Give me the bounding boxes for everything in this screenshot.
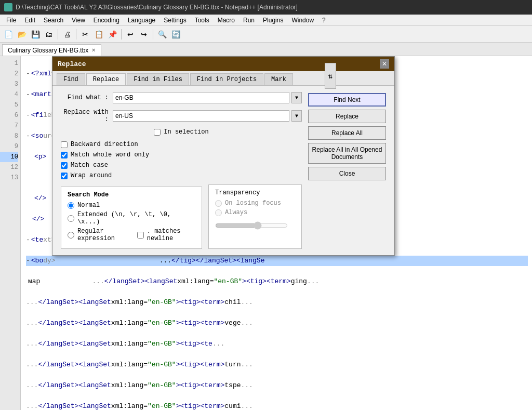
search-mode-normal-label: Normal <box>77 202 100 209</box>
tab-close-btn[interactable]: ✕ <box>91 47 96 53</box>
transparency-box: Transparency On losing focus Always <box>208 184 302 249</box>
menu-item-search[interactable]: Search <box>39 16 68 25</box>
dialog-layout: Find what : ▼ ⇅ Replace with : <box>61 92 386 249</box>
menu-item-tools[interactable]: Tools <box>191 16 214 25</box>
on-losing-focus-radio[interactable] <box>215 200 222 207</box>
tb-find[interactable]: 🔍 <box>156 28 168 41</box>
menu-item-file[interactable]: File <box>2 16 20 25</box>
dialog-tab-find[interactable]: Find <box>57 73 85 85</box>
close-button[interactable]: Close <box>308 167 386 180</box>
match-whole-word-checkbox[interactable] <box>61 152 68 158</box>
replace-button[interactable]: Replace <box>308 110 386 123</box>
transparency-title: Transparency <box>215 189 295 196</box>
search-mode-title: Search Mode <box>68 191 195 199</box>
tab-label: Culinary Glossary EN-BG.tbx <box>8 47 88 54</box>
tb-replace[interactable]: 🔄 <box>169 28 182 41</box>
editor-area: 1 2 3 4 5 6 7 8 9 10 12 13 -<?xml versio… <box>0 56 532 410</box>
always-label: Always <box>225 209 247 216</box>
tb-copy[interactable]: 📋 <box>92 28 105 41</box>
replace-with-input[interactable] <box>113 110 289 122</box>
menu-item-language[interactable]: Language <box>124 16 159 25</box>
dialog-right-column: Find Next Replace Replace All Replace Al… <box>308 92 386 249</box>
find-next-button[interactable]: Find Next <box>308 93 386 107</box>
matches-newline-label: . matches newline <box>147 228 195 242</box>
tb-separator-3 <box>121 29 122 39</box>
toolbar: 📄 📂 💾 🗂 🖨 ✂ 📋 📌 ↩ ↪ 🔍 🔄 <box>0 26 532 43</box>
wrap-around-row: Wrap around <box>61 172 302 179</box>
on-losing-focus-label: On losing focus <box>225 200 281 207</box>
search-mode-extended-row: Extended (\n, \r, \t, \0, \x...) <box>68 211 195 226</box>
match-case-checkbox[interactable] <box>61 162 68 169</box>
tb-undo[interactable]: ↩ <box>124 28 137 41</box>
dialog-tab-mark[interactable]: Mark <box>264 73 293 85</box>
transparency-slider[interactable] <box>215 221 288 230</box>
search-mode-box: Search Mode Normal Extended (\n, \r, \t,… <box>61 187 202 249</box>
tb-save-all[interactable]: 🗂 <box>43 28 55 41</box>
always-row: Always <box>215 209 295 216</box>
tab-culinary-glossary[interactable]: Culinary Glossary EN-BG.tbx ✕ <box>2 44 101 56</box>
replace-all-button[interactable]: Replace All <box>308 126 386 140</box>
menu-item-settings[interactable]: Settings <box>159 16 190 25</box>
search-mode-regex-label: Regular expression <box>77 228 129 242</box>
matches-newline-checkbox[interactable] <box>137 232 144 239</box>
wrap-around-checkbox[interactable] <box>61 173 68 179</box>
search-mode-normal-radio[interactable] <box>68 202 74 209</box>
swap-button[interactable]: ⇅ <box>325 63 336 89</box>
find-what-input[interactable] <box>113 92 289 103</box>
tb-paste[interactable]: 📌 <box>106 28 118 41</box>
match-case-row: Match case <box>61 162 302 169</box>
replace-with-dropdown[interactable]: ▼ <box>291 110 302 122</box>
match-whole-word-label: Match whole word only <box>71 151 149 158</box>
bottom-row: Search Mode Normal Extended (\n, \r, \t,… <box>61 184 302 249</box>
title-text: D:\Teaching\CAT Tools\AL Y2 A3\Glossarie… <box>16 4 298 11</box>
search-mode-normal-row: Normal <box>68 202 195 209</box>
menu-item-view[interactable]: View <box>68 16 89 25</box>
search-mode-regex-radio[interactable] <box>68 232 74 239</box>
always-radio[interactable] <box>215 209 222 216</box>
menu-item-plugins[interactable]: Plugins <box>259 16 287 25</box>
dialog-tab-bar: Find Replace Find in Files Find in Proje… <box>52 71 394 86</box>
replace-with-row: Replace with : ▼ <box>61 109 302 123</box>
menu-item-macro[interactable]: Macro <box>214 16 239 25</box>
backward-direction-checkbox[interactable] <box>61 141 68 148</box>
menu-item-window[interactable]: Window <box>287 16 318 25</box>
backward-direction-row: Backward direction <box>61 141 302 148</box>
tb-open[interactable]: 📂 <box>16 28 28 41</box>
dialog-tab-find-in-projects[interactable]: Find in Projects <box>190 73 263 85</box>
find-what-dropdown[interactable]: ▼ <box>291 92 302 103</box>
dialog-tab-replace[interactable]: Replace <box>86 73 126 85</box>
search-mode-regex-row: Regular expression . matches newline <box>68 228 195 242</box>
in-selection-checkbox[interactable] <box>154 129 161 136</box>
tb-save[interactable]: 💾 <box>29 28 42 41</box>
tb-separator-1 <box>58 29 58 39</box>
dialog-body: Find what : ▼ ⇅ Replace with : <box>52 86 394 255</box>
tb-print[interactable]: 🖨 <box>61 28 73 41</box>
search-mode-extended-radio[interactable] <box>68 215 74 222</box>
dialog-title-bar: Replace ✕ <box>52 57 394 71</box>
dialog-tab-find-in-files[interactable]: Find in Files <box>127 73 189 85</box>
backward-direction-label: Backward direction <box>71 141 138 148</box>
title-bar: D:\Teaching\CAT Tools\AL Y2 A3\Glossarie… <box>0 0 532 15</box>
menu-item-run[interactable]: Run <box>239 16 259 25</box>
dialog-overlay: Replace ✕ Find Replace Find in Files Fin… <box>0 56 532 410</box>
tab-bar: Culinary Glossary EN-BG.tbx ✕ <box>0 43 532 56</box>
tb-cut[interactable]: ✂ <box>79 28 91 41</box>
wrap-around-label: Wrap around <box>71 172 112 179</box>
menu-item-edit[interactable]: Edit <box>20 16 39 25</box>
replace-dialog: Replace ✕ Find Replace Find in Files Fin… <box>52 56 395 256</box>
find-what-label: Find what : <box>61 94 113 101</box>
app-icon <box>4 3 12 11</box>
in-selection-row: In selection <box>61 128 302 136</box>
replace-with-input-wrap: ▼ <box>113 110 302 122</box>
dialog-close-button[interactable]: ✕ <box>380 59 389 69</box>
replace-with-label: Replace with : <box>61 109 113 123</box>
replace-all-opened-button[interactable]: Replace All in All Opened Documents <box>308 143 386 164</box>
tb-redo[interactable]: ↪ <box>138 28 150 41</box>
dialog-title: Replace <box>58 60 86 68</box>
on-losing-focus-row: On losing focus <box>215 200 295 207</box>
tb-new[interactable]: 📄 <box>2 28 15 41</box>
menu-item-encoding[interactable]: Encoding <box>89 16 124 25</box>
tb-separator-2 <box>76 29 76 39</box>
menu-item-?[interactable]: ? <box>318 16 330 25</box>
search-mode-extended-label: Extended (\n, \r, \t, \0, \x...) <box>77 211 195 226</box>
